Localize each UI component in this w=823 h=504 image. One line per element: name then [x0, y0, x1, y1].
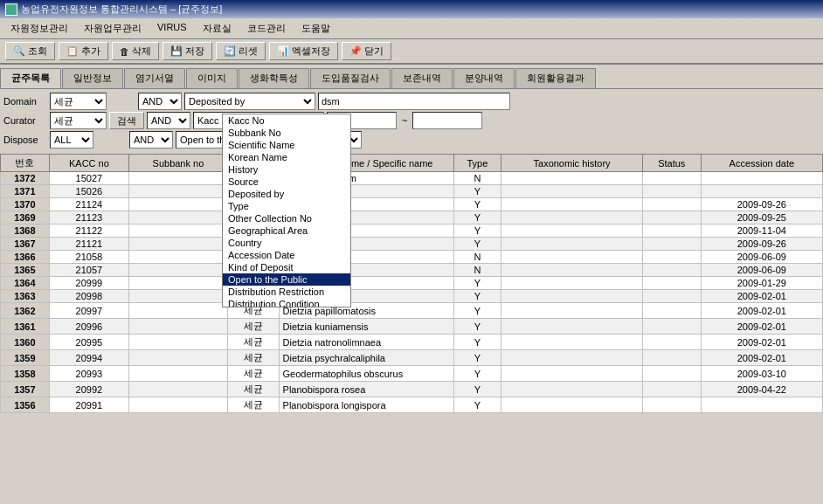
table-cell [129, 350, 228, 366]
table-row[interactable]: 136621058...p.N2009-06-09 [1, 251, 823, 264]
filter-area: Domain 세균 AND OR Deposited by Curator 세균… [0, 89, 823, 152]
search-button[interactable]: 검색 [109, 112, 144, 129]
table-cell: 2009-02-01 [701, 290, 822, 303]
dropdown-item-dist-cond[interactable]: Distribution Condition [223, 298, 350, 307]
tab-quality-check[interactable]: 도입품질검사 [310, 68, 391, 88]
table-cell: 2009-02-01 [701, 319, 822, 335]
menu-item-data[interactable]: 자료실 [196, 20, 239, 37]
menu-item-code[interactable]: 코드관리 [240, 20, 293, 37]
menu-item-business[interactable]: 자원업무관리 [77, 20, 149, 37]
logic-select-2[interactable]: AND [147, 112, 190, 129]
table-cell: Y [453, 319, 501, 335]
tab-preservation[interactable]: 보존내역 [391, 68, 453, 88]
add-button[interactable]: 📋 추가 [59, 42, 108, 60]
excel-button[interactable]: 📊 엑셀저장 [269, 42, 338, 60]
table-row[interactable]: 135720992세균Planobispora roseaY2009-04-22 [1, 382, 823, 397]
table-cell: 세균 [227, 382, 279, 397]
table-row[interactable]: 135820993세균Geodermatophilus obscurusY200… [1, 366, 823, 382]
col-header-kacc: KACC no [49, 155, 128, 172]
dropdown-item-type[interactable]: Type [223, 200, 350, 212]
dropdown-item-kacc[interactable]: Kacc No [223, 114, 350, 127]
table-cell [642, 185, 701, 198]
dispose-select[interactable]: ALL [50, 131, 93, 148]
table-cell [129, 198, 228, 211]
table-cell: 세균 [227, 335, 279, 350]
table-cell: 21122 [49, 224, 128, 238]
table-cell: Planobispora longispora [279, 397, 453, 413]
table-cell: 1359 [1, 350, 50, 366]
table-cell: 1368 [1, 224, 50, 238]
tab-bar: 균주목록 일반정보 염기서열 이미지 생화학특성 도입품질검사 보존내역 분양내… [0, 65, 823, 89]
table-cell: 2009-06-09 [701, 264, 822, 277]
table-row[interactable]: 137021124...hironomiY2009-09-26 [1, 198, 823, 211]
menu-item-resources[interactable]: 자원정보관리 [3, 20, 75, 37]
table-cell [129, 397, 228, 413]
filter-input-1[interactable] [318, 93, 510, 110]
logic-select-1[interactable]: AND OR [138, 93, 182, 110]
filter-input-2b[interactable] [412, 112, 482, 129]
dropdown-item-history[interactable]: History [223, 163, 350, 176]
dropdown-item-subbank[interactable]: Subbank No [223, 127, 350, 139]
dropdown-item-open-public[interactable]: Open to the Public [223, 273, 350, 286]
curator-select[interactable]: 세균 [50, 112, 107, 129]
tab-general-info[interactable]: 일반정보 [62, 68, 123, 88]
table-cell [642, 238, 701, 251]
dropdown-item-scientific[interactable]: Scientific Name [223, 139, 350, 151]
table-row[interactable]: 136020995세균Dietzia natronolimnaeaY2009-0… [1, 335, 823, 350]
delete-button[interactable]: 🗑 삭제 [112, 42, 159, 60]
tab-sequence[interactable]: 염기서열 [124, 68, 185, 88]
domain-select[interactable]: 세균 [50, 93, 107, 110]
table-row[interactable]: 136320998...eY2009-02-01 [1, 290, 823, 303]
table-row[interactable]: 136921123...rdusY2009-09-25 [1, 211, 823, 224]
table-row[interactable]: 136220997세균Dietzia papillomatosisY2009-0… [1, 303, 823, 319]
table-cell: 1367 [1, 238, 50, 251]
table-cell [129, 172, 228, 185]
menu-item-help[interactable]: 도움말 [294, 20, 337, 37]
table-row[interactable]: 136420999...hylliY2009-01-29 [1, 277, 823, 290]
table-row[interactable]: 135620991세균Planobispora longisporaY [1, 397, 823, 413]
table-cell [501, 211, 643, 224]
dropdown-item-source[interactable]: Source [223, 176, 350, 188]
table-row[interactable]: 136521057...hartreusisN2009-06-09 [1, 264, 823, 277]
table-row[interactable]: 136821122...mensisY2009-11-04 [1, 224, 823, 238]
dropdown-item-deposited[interactable]: Deposited by [223, 188, 350, 200]
dropdown-item-dist-restrict[interactable]: Distribution Restriction [223, 286, 350, 298]
tab-biochemistry[interactable]: 생화학특성 [239, 68, 309, 88]
tab-member-result[interactable]: 회원활용결과 [515, 68, 596, 88]
field-select-1[interactable]: Deposited by [184, 93, 315, 110]
tab-strain-list[interactable]: 균주목록 [0, 68, 61, 88]
table-cell [129, 264, 228, 277]
table-cell [501, 238, 643, 251]
table-cell [129, 290, 228, 303]
dispose-label: Dispose [3, 135, 47, 145]
table-cell: 1361 [1, 319, 50, 335]
table-cell [501, 172, 643, 185]
table-cell: 세균 [227, 366, 279, 382]
save-button[interactable]: 💾 저장 [163, 42, 212, 60]
table-cell [642, 172, 701, 185]
logic-select-3[interactable]: AND [129, 131, 173, 148]
table-row[interactable]: 137115026Y [1, 185, 823, 198]
table-cell: Y [453, 382, 501, 397]
dropdown-item-acc-date[interactable]: Accession Date [223, 249, 350, 261]
menu-bar: 자원정보관리 자원업무관리 VIRUS 자료실 코드관리 도움말 [0, 18, 823, 39]
menu-item-virus[interactable]: VIRUS [150, 20, 194, 37]
tab-image[interactable]: 이미지 [186, 68, 238, 88]
table-cell [501, 277, 643, 290]
dropdown-item-geo-area[interactable]: Geographical Area [223, 224, 350, 237]
table-row[interactable]: 136721121...ptipulaeY2009-09-26 [1, 238, 823, 251]
dropdown-item-other-coll[interactable]: Other Collection No [223, 212, 350, 224]
table-cell: 1364 [1, 277, 50, 290]
dropdown-item-kind-deposit[interactable]: Kind of Deposit [223, 261, 350, 273]
table-row[interactable]: 137215027...um antarcticumN [1, 172, 823, 185]
table-row[interactable]: 136120996세균Dietzia kuniamensisY2009-02-0… [1, 319, 823, 335]
dropdown-item-korean[interactable]: Korean Name [223, 151, 350, 163]
tab-distribution[interactable]: 분양내역 [453, 68, 515, 88]
table-row[interactable]: 135920994세균Dietzia psychralcaliphilaY200… [1, 350, 823, 366]
view-button[interactable]: 🔍 조회 [5, 42, 55, 60]
table-cell: 2009-06-09 [701, 251, 822, 264]
dropdown-item-country[interactable]: Country [223, 237, 350, 249]
table-cell: Y [453, 185, 501, 198]
close-button[interactable]: 📌 닫기 [342, 42, 391, 60]
reset-button[interactable]: 🔄 리셋 [216, 42, 266, 60]
